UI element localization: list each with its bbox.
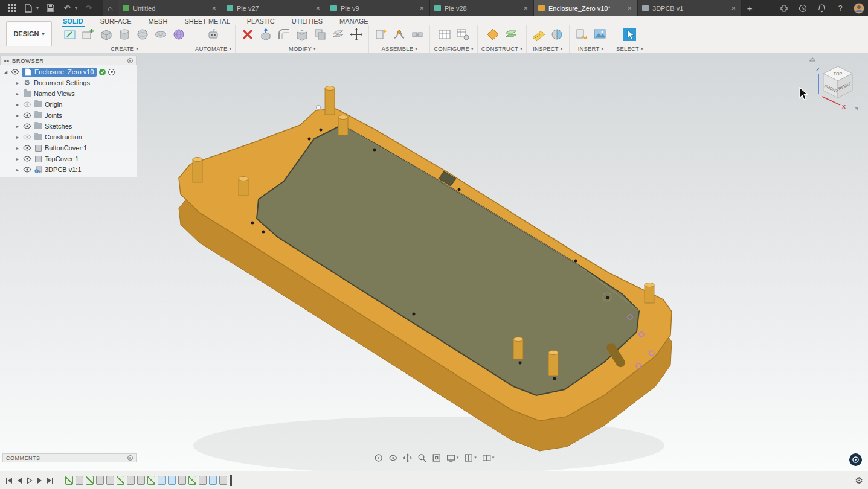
browser-item-sketches[interactable]: ▸ Sketches	[0, 121, 137, 132]
document-tab-3dpcb[interactable]: 3DPCB v1 ×	[638, 0, 742, 16]
timeline-feature[interactable]	[199, 476, 207, 485]
browser-item-joints[interactable]: ▸ Joints	[0, 110, 137, 121]
timeline-feature[interactable]	[209, 476, 217, 485]
zoom-icon[interactable]	[417, 453, 426, 462]
construct-offset-plane-icon[interactable]	[503, 26, 519, 43]
timeline-step-back-button[interactable]	[14, 475, 24, 486]
home-tab-icon[interactable]: ⌂	[103, 0, 118, 16]
group-label-insert[interactable]: INSERT▾	[578, 45, 604, 52]
timeline-feature[interactable]	[168, 476, 176, 485]
root-component-selected[interactable]: Enclosure_Zero v10	[22, 68, 97, 77]
rigid-group-icon[interactable]	[409, 26, 426, 43]
expand-arrow[interactable]: ▸	[14, 135, 21, 140]
browser-root-row[interactable]: ◢ Enclosure_Zero v10	[0, 66, 137, 77]
viewcube-menu-arrow[interactable]	[855, 107, 858, 111]
insert-canvas-icon[interactable]	[591, 26, 608, 43]
offset-face-icon[interactable]	[330, 26, 347, 43]
document-tab-pie-v27[interactable]: Pie v27 ×	[222, 0, 326, 16]
new-tab-button[interactable]: +	[742, 0, 757, 16]
group-label-modify[interactable]: MODIFY▾	[289, 45, 316, 52]
display-settings-icon[interactable]: ▾	[446, 453, 459, 462]
group-label-configure[interactable]: CONFIGURE▾	[434, 45, 474, 52]
press-pull-icon[interactable]	[257, 26, 274, 43]
document-tab-pie-v28[interactable]: Pie v28 ×	[430, 0, 534, 16]
help-icon[interactable]: ?	[835, 3, 846, 14]
timeline-feature[interactable]	[137, 476, 145, 485]
timeline-feature[interactable]	[86, 476, 94, 485]
browser-item-construction[interactable]: ▸ Construction	[0, 132, 137, 142]
visibility-eye-icon[interactable]	[23, 167, 31, 173]
construct-plane-icon[interactable]	[484, 26, 501, 43]
collapse-arrow[interactable]: ◢	[2, 69, 8, 75]
preferences-gear-icon[interactable]: ⚙	[855, 475, 863, 486]
automate-bot-icon[interactable]	[205, 26, 222, 43]
notifications-bell-icon[interactable]	[816, 3, 827, 14]
browser-item-buttoncover[interactable]: ▸ ButtonCover:1	[0, 142, 137, 153]
panel-display-icon[interactable]	[127, 58, 133, 63]
timeline-feature[interactable]	[158, 476, 166, 485]
browser-header[interactable]: ◂◂ BROWSER	[0, 56, 137, 65]
create-torus-icon[interactable]	[152, 26, 169, 43]
timeline-feature[interactable]	[188, 476, 196, 485]
viewcube-home-icon[interactable]	[810, 58, 815, 61]
shell-icon[interactable]	[294, 26, 310, 43]
create-sphere-icon[interactable]	[134, 26, 151, 43]
insert-derive-icon[interactable]	[573, 26, 590, 43]
expand-arrow[interactable]: ▸	[14, 113, 21, 118]
group-label-create[interactable]: CREATE▾	[111, 45, 138, 52]
visibility-eye-icon[interactable]	[23, 101, 31, 107]
orbit-icon[interactable]	[374, 453, 383, 462]
create-sketch-icon[interactable]	[62, 26, 79, 43]
timeline-feature[interactable]	[106, 476, 114, 485]
create-box-icon[interactable]	[98, 26, 115, 43]
browser-item-origin[interactable]: ▸ Origin	[0, 99, 137, 110]
pan-icon[interactable]	[403, 453, 412, 462]
comments-expand-icon[interactable]	[127, 455, 133, 461]
document-tab-enclosure-zero[interactable]: Enclosure_Zero v10* ×	[534, 0, 638, 16]
user-avatar[interactable]	[854, 3, 864, 14]
visibility-eye-icon[interactable]	[11, 69, 19, 75]
timeline-feature[interactable]	[76, 476, 83, 485]
comments-panel[interactable]: COMMENTS	[2, 453, 137, 462]
assistant-icon[interactable]	[849, 453, 862, 466]
app-grid-icon[interactable]	[6, 3, 17, 14]
timeline-feature[interactable]	[219, 476, 227, 485]
close-icon[interactable]: ×	[314, 3, 321, 13]
timeline-feature[interactable]	[147, 476, 155, 485]
timeline-feature[interactable]	[127, 476, 135, 485]
grid-snaps-icon[interactable]: ▾	[464, 453, 477, 462]
expand-arrow[interactable]: ▸	[14, 145, 21, 151]
fit-icon[interactable]	[432, 453, 441, 462]
expand-arrow[interactable]: ▸	[14, 102, 21, 107]
view-cube[interactable]: Z X TOP FRONT RIGHT	[808, 57, 860, 112]
group-label-select[interactable]: SELECT▾	[616, 45, 643, 52]
browser-item-named-views[interactable]: ▸ Named Views	[0, 88, 137, 99]
delete-icon[interactable]	[239, 26, 256, 43]
visibility-eye-icon[interactable]	[23, 112, 31, 118]
undo-caret[interactable]: ▾	[75, 5, 77, 11]
workspace-selector[interactable]: DESIGN▾	[6, 21, 52, 46]
timeline-feature[interactable]	[65, 476, 73, 485]
joint-icon[interactable]	[391, 26, 408, 43]
create-freeform-icon[interactable]	[170, 26, 187, 43]
undo-icon[interactable]: ↶	[62, 3, 72, 14]
visibility-eye-icon[interactable]	[23, 145, 31, 151]
save-icon[interactable]	[45, 3, 56, 14]
create-cylinder-icon[interactable]	[116, 26, 133, 43]
file-menu-caret[interactable]: ▾	[36, 5, 39, 11]
section-analysis-icon[interactable]	[548, 26, 565, 43]
combine-icon[interactable]	[312, 26, 329, 43]
expand-arrow[interactable]: ▸	[14, 80, 21, 86]
visibility-eye-icon[interactable]	[23, 123, 31, 129]
browser-item-topcover[interactable]: ▸ TopCover:1	[0, 153, 137, 164]
close-icon[interactable]: ×	[418, 3, 425, 13]
select-icon[interactable]	[621, 26, 638, 43]
timeline-feature[interactable]	[178, 476, 186, 485]
timeline-feature[interactable]	[117, 476, 124, 485]
expand-arrow[interactable]: ▸	[14, 91, 21, 97]
fillet-icon[interactable]	[275, 26, 292, 43]
group-label-inspect[interactable]: INSPECT▾	[533, 45, 562, 52]
expand-arrow[interactable]: ▸	[14, 124, 21, 129]
configuration-table-icon[interactable]	[436, 26, 453, 43]
visibility-eye-icon[interactable]	[23, 134, 31, 140]
